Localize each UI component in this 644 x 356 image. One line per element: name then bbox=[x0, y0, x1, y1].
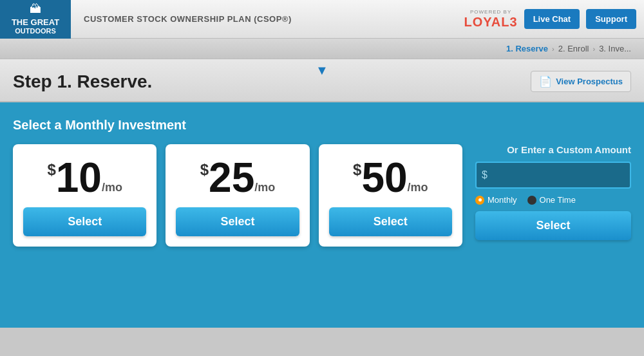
breadcrumb: 1. Reserve › 2. Enroll › 3. Inve... bbox=[506, 44, 631, 53]
amount-25: 25 bbox=[209, 157, 254, 198]
breadcrumb-bar: 1. Reserve › 2. Enroll › 3. Inve... bbox=[0, 39, 644, 59]
header: 🏔 THE GREAT OUTDOORS CUSTOMER STOCK OWNE… bbox=[0, 0, 644, 39]
currency-10: $ bbox=[47, 162, 55, 178]
view-prospectus-label: View Prospectus bbox=[556, 77, 623, 86]
support-button[interactable]: Support bbox=[586, 9, 636, 29]
select-button-50[interactable]: Select bbox=[329, 207, 452, 236]
live-chat-button[interactable]: Live Chat bbox=[524, 9, 580, 29]
main-content: Select a Monthly Investment $ 10 /mo Sel… bbox=[0, 102, 644, 328]
breadcrumb-step2: 2. Enroll bbox=[558, 44, 589, 53]
down-arrow: ▼ bbox=[316, 63, 328, 78]
plan-card-50: $ 50 /mo Select bbox=[319, 144, 462, 247]
select-section-title: Select a Monthly Investment bbox=[13, 118, 631, 133]
breadcrumb-arrow1: › bbox=[552, 45, 554, 53]
powered-by-label: POWERED BY bbox=[470, 9, 511, 15]
logo: 🏔 THE GREAT OUTDOORS bbox=[0, 0, 71, 39]
header-right: POWERED BY LOYAL3 Live Chat Support bbox=[464, 9, 636, 30]
breadcrumb-step3: 3. Inve... bbox=[599, 44, 631, 53]
breadcrumb-step1: 1. Reserve bbox=[506, 44, 548, 53]
currency-50: $ bbox=[353, 162, 361, 178]
one-time-label: One Time bbox=[540, 195, 576, 205]
one-time-radio-dot[interactable] bbox=[527, 196, 536, 205]
logo-icon: 🏔 bbox=[12, 3, 59, 16]
loyal3-logo: LOYAL3 bbox=[464, 15, 518, 30]
loyal3-badge: POWERED BY LOYAL3 bbox=[464, 9, 518, 30]
amount-10: 10 bbox=[56, 157, 102, 198]
monthly-radio-label[interactable]: Monthly bbox=[475, 195, 517, 205]
select-button-10[interactable]: Select bbox=[23, 207, 146, 236]
logo-text: THE GREAT OUTDOORS bbox=[12, 17, 59, 36]
header-title: CUSTOMER STOCK OWNERSHIP PLAN (CSOP®) bbox=[84, 14, 292, 24]
currency-25: $ bbox=[200, 162, 209, 178]
custom-amount-input[interactable] bbox=[475, 162, 631, 189]
amount-50: 50 bbox=[361, 157, 407, 198]
step-title: Step 1. Reserve. bbox=[13, 71, 152, 92]
plans-container: $ 10 /mo Select $ 25 /mo Select $ bbox=[13, 144, 462, 247]
period-25: /mo bbox=[254, 182, 275, 193]
investment-layout: $ 10 /mo Select $ 25 /mo Select $ bbox=[13, 144, 631, 247]
monthly-label: Monthly bbox=[488, 195, 517, 205]
period-50: /mo bbox=[408, 182, 428, 193]
plan-price-25: $ 25 /mo bbox=[200, 157, 276, 198]
period-10: /mo bbox=[102, 182, 122, 193]
plan-price-50: $ 50 /mo bbox=[353, 157, 428, 198]
custom-input-wrapper: $ bbox=[475, 162, 631, 189]
breadcrumb-arrow2: › bbox=[592, 45, 595, 53]
plan-card-10: $ 10 /mo Select bbox=[13, 144, 156, 247]
one-time-radio-label[interactable]: One Time bbox=[527, 195, 576, 205]
step-header: ▼ Step 1. Reserve. 📄 View Prospectus bbox=[0, 59, 644, 102]
monthly-radio-dot[interactable] bbox=[475, 196, 484, 205]
radio-group: Monthly One Time bbox=[475, 195, 631, 205]
select-custom-button[interactable]: Select bbox=[475, 211, 631, 240]
plan-price-10: $ 10 /mo bbox=[47, 157, 122, 198]
select-button-25[interactable]: Select bbox=[176, 207, 299, 236]
custom-section-title: Or Enter a Custom Amount bbox=[475, 144, 631, 155]
document-icon: 📄 bbox=[539, 75, 552, 88]
view-prospectus-button[interactable]: 📄 View Prospectus bbox=[531, 71, 631, 92]
custom-amount-section: Or Enter a Custom Amount $ Monthly One T… bbox=[475, 144, 631, 240]
plan-card-25: $ 25 /mo Select bbox=[166, 144, 309, 247]
